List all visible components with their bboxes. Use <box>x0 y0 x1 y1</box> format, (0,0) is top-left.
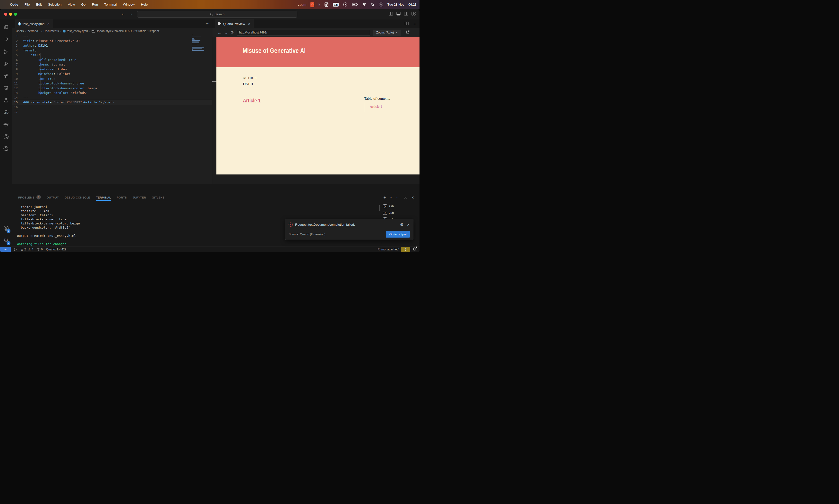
shell-list-item[interactable]: ❯zsh <box>383 210 420 216</box>
code-line[interactable]: 12 title-block-banner-color: beige <box>12 86 212 91</box>
menu-item-code[interactable]: Code <box>7 3 21 6</box>
editor-more-actions[interactable]: ⋯ <box>206 21 210 26</box>
preview-zoom-select[interactable]: Zoom: (Auto) ▼ <box>373 30 400 36</box>
panel-tab-ports[interactable]: PORTS <box>117 193 127 202</box>
preview-reload-icon[interactable]: ⟳ <box>231 30 234 35</box>
shell-list-item[interactable]: ❯zsh <box>383 203 420 210</box>
code-line[interactable]: 7 theme: journal <box>12 62 212 67</box>
split-editor-icon[interactable] <box>405 22 409 26</box>
extensions-icon[interactable] <box>0 70 12 82</box>
code-line[interactable]: 6 self-contained: true <box>12 57 212 62</box>
orange-app-icon[interactable]: ⟲ <box>310 2 314 7</box>
panel-tab-debug-console[interactable]: DEBUG CONSOLE <box>65 193 90 202</box>
breadcrumb-item[interactable]: Users <box>16 29 24 33</box>
menu-item-file[interactable]: File <box>21 3 33 6</box>
command-center-search[interactable]: Search <box>137 11 297 18</box>
panel-tab-gitlens[interactable]: GITLENS <box>152 193 165 202</box>
preview-url-field[interactable]: http://localhost:7499/ <box>237 30 370 36</box>
minimap[interactable] <box>192 35 204 51</box>
accounts-icon[interactable]: 1 <box>0 222 12 234</box>
menu-item-terminal[interactable]: Terminal <box>101 3 120 6</box>
panel-tab-output[interactable]: OUTPUT <box>47 193 59 202</box>
code-line[interactable]: 8 fontsize: 1.4em <box>12 67 212 72</box>
gitlens-icon[interactable] <box>0 130 12 143</box>
notification-close-icon[interactable]: ✕ <box>407 223 410 227</box>
breadcrumb-item[interactable]: test_essay.qmd <box>63 29 88 33</box>
code-line[interactable]: 3author: DS101 <box>12 43 212 48</box>
new-terminal-icon[interactable]: + <box>383 195 386 200</box>
testing-beaker-icon[interactable] <box>0 94 12 106</box>
wifi-icon[interactable] <box>362 3 366 6</box>
close-panel-icon[interactable]: ✕ <box>411 196 414 199</box>
menu-item-selection[interactable]: Selection <box>45 3 65 6</box>
spotlight-icon[interactable] <box>371 3 375 6</box>
history-forward-button[interactable]: → <box>129 12 133 16</box>
docker-icon[interactable] <box>0 119 12 130</box>
tab-test-essay-qmd[interactable]: test_essay.qmd ✕ <box>15 19 52 28</box>
toc-link-article-1[interactable]: Article 1 <box>370 105 413 109</box>
r-language-icon[interactable]: R <box>0 106 12 119</box>
code-line[interactable]: 2title: Misuse of Generative AI <box>12 39 212 43</box>
code-line[interactable]: 15### <span style="color:#DE5D83">Articl… <box>12 100 212 105</box>
open-in-browser-icon[interactable] <box>406 30 410 35</box>
notifications-bell-icon[interactable] <box>410 247 420 252</box>
panel-tab-problems[interactable]: PROBLEMS6 <box>18 193 41 202</box>
menu-item-edit[interactable]: Edit <box>33 3 45 6</box>
tab-close-icon[interactable]: ✕ <box>47 22 50 26</box>
menu-date[interactable]: Tue 28 Nov <box>388 3 404 6</box>
menu-item-view[interactable]: View <box>65 3 78 6</box>
sash-handle[interactable] <box>212 81 217 82</box>
close-window-button[interactable] <box>4 13 7 16</box>
menu-item-go[interactable]: Go <box>78 3 89 6</box>
status-ports[interactable]: 0 <box>35 248 45 251</box>
preview-document[interactable]: Misuse of Generative AI AUTHOR DS101 Art… <box>217 37 420 175</box>
preview-more-actions[interactable]: ⋯ <box>412 22 416 26</box>
keyboard-layout-badge[interactable]: GB <box>333 3 339 6</box>
preview-forward-icon[interactable]: → <box>224 31 228 35</box>
run-debug-icon[interactable] <box>0 58 12 70</box>
control-center-icon[interactable] <box>379 2 383 6</box>
k-app-icon[interactable]: k <box>319 2 320 6</box>
code-line[interactable]: 1--- <box>12 34 212 39</box>
source-control-icon[interactable] <box>0 46 12 58</box>
code-editor[interactable]: 1---2title: Misuse of Generative AI3auth… <box>12 34 212 184</box>
code-line[interactable]: 5 html: <box>12 53 212 57</box>
code-line[interactable]: 11 title-block-banner: true <box>12 81 212 86</box>
menu-item-help[interactable]: Help <box>138 3 151 6</box>
history-back-button[interactable]: ← <box>121 12 125 16</box>
breadcrumb-item[interactable]: Documents <box>44 29 59 33</box>
minimize-window-button[interactable] <box>9 13 12 16</box>
code-line[interactable]: 10 toc: true <box>12 76 212 81</box>
notification-settings-gear-icon[interactable]: ⚙ <box>400 222 404 227</box>
settings-gear-icon[interactable]: ⚙1 <box>0 234 12 247</box>
explorer-icon[interactable] <box>0 21 12 34</box>
status-problems[interactable]: ⊗2 ⚠4 <box>19 248 35 251</box>
search-icon[interactable] <box>0 34 12 46</box>
code-line[interactable]: 13 backgroundcolor: '#fdf0d5' <box>12 91 212 95</box>
zoom-window-button[interactable] <box>14 13 17 16</box>
preview-tab-close-icon[interactable]: ✕ <box>248 22 251 26</box>
panel-tab-jupyter[interactable]: JUPYTER <box>133 193 146 202</box>
code-line[interactable]: 4format: <box>12 48 212 53</box>
panel-tab-terminal[interactable]: TERMINAL <box>96 193 111 202</box>
customize-layout-icon[interactable] <box>411 12 416 16</box>
code-line[interactable]: 16 <box>12 105 212 110</box>
play-menu-icon[interactable] <box>343 2 347 7</box>
r-console-indicator[interactable]: ) <box>401 247 410 252</box>
zoom-app-label[interactable]: zoom <box>298 3 306 6</box>
go-to-output-button[interactable]: Go to output <box>386 231 410 237</box>
remote-indicator[interactable]: >< <box>0 247 11 252</box>
preview-back-icon[interactable]: ← <box>218 31 221 35</box>
breadcrumb-item[interactable]: berrada1 <box>28 29 39 33</box>
tab-quarto-preview[interactable]: Quarto Preview ✕ <box>215 19 254 28</box>
panel-more-actions-icon[interactable]: ⋯ <box>396 196 400 199</box>
status-source-control[interactable] <box>11 248 19 251</box>
terminal-scrollbar[interactable] <box>379 205 380 211</box>
maximize-panel-icon[interactable] <box>404 196 407 199</box>
terminal-dropdown-icon[interactable]: ▼ <box>390 196 392 199</box>
status-quarto-version[interactable]: Quarto: 1.4.429 <box>45 248 68 251</box>
menu-item-run[interactable]: Run <box>89 3 101 6</box>
toggle-primary-sidebar-icon[interactable] <box>389 12 393 16</box>
code-line[interactable]: 14--- <box>12 95 212 100</box>
code-line[interactable]: 17 <box>12 109 212 114</box>
